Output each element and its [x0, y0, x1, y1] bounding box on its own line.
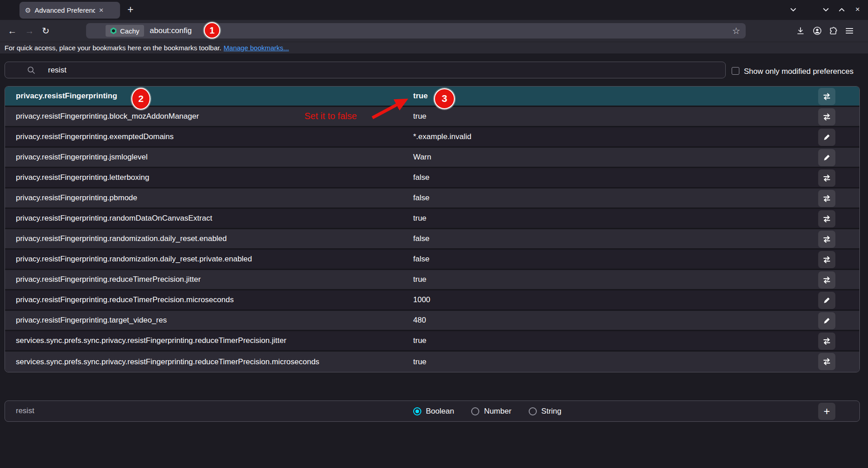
- pencil-icon: [822, 133, 831, 142]
- pref-value: Warn: [413, 153, 431, 162]
- show-modified-checkbox[interactable]: [732, 67, 739, 75]
- toggle-pref-button[interactable]: [818, 210, 835, 227]
- toggle-pref-button[interactable]: [818, 169, 835, 187]
- pref-value: 1000: [413, 295, 430, 304]
- url-address: about:config: [150, 26, 192, 35]
- list-all-tabs-button[interactable]: [790, 8, 796, 12]
- pref-row[interactable]: services.sync.prefs.sync.privacy.resistF…: [5, 352, 859, 372]
- search-icon: [27, 66, 36, 75]
- app-menu-button[interactable]: [844, 25, 855, 36]
- pref-value: 480: [413, 316, 426, 325]
- toggle-arrows-icon: [822, 92, 831, 101]
- search-value: resist: [48, 66, 67, 75]
- toggle-arrows-icon: [822, 174, 831, 183]
- pref-name: privacy.resistFingerprinting.jsmloglevel: [16, 153, 148, 162]
- manage-bookmarks-link[interactable]: Manage bookmarks...: [224, 44, 289, 52]
- type-radio-number[interactable]: Number: [471, 407, 511, 416]
- bookmarks-bar: For quick access, place your bookmarks h…: [0, 42, 868, 53]
- pref-row[interactable]: privacy.resistFingerprinting.pbmode fals…: [5, 188, 859, 209]
- chevron-down-icon: [823, 8, 829, 12]
- toggle-arrows-icon: [822, 214, 831, 223]
- pref-row[interactable]: privacy.resistFingerprinting.target_vide…: [5, 311, 859, 331]
- radio-icon[interactable]: [471, 407, 479, 415]
- back-button[interactable]: ←: [7, 25, 18, 36]
- reload-button[interactable]: ↻: [40, 25, 51, 36]
- tab-bar: ⚙ Advanced Preferences × + ×: [0, 0, 868, 20]
- pref-name: privacy.resistFingerprinting.reduceTimer…: [16, 295, 234, 304]
- tab-advanced-preferences[interactable]: ⚙ Advanced Preferences ×: [19, 2, 120, 19]
- pref-row[interactable]: privacy.resistFingerprinting.block_mozAd…: [5, 107, 859, 127]
- pencil-icon: [822, 296, 831, 305]
- edit-pref-button[interactable]: [818, 129, 835, 146]
- toggle-pref-button[interactable]: [818, 108, 835, 125]
- pref-name: privacy.resistFingerprinting.exemptedDom…: [16, 132, 174, 141]
- pref-row[interactable]: privacy.resistFingerprinting.exemptedDom…: [5, 127, 859, 148]
- pref-row[interactable]: services.sync.prefs.sync.privacy.resistF…: [5, 331, 859, 352]
- tab-title: Advanced Preferences: [34, 6, 95, 14]
- pref-row[interactable]: privacy.resistFingerprinting.jsmloglevel…: [5, 148, 859, 168]
- toggle-arrows-icon: [822, 112, 831, 121]
- pref-row[interactable]: privacy.resistFingerprinting.reduceTimer…: [5, 270, 859, 290]
- edit-pref-button[interactable]: [818, 312, 835, 329]
- puzzle-icon: [829, 26, 838, 35]
- edit-pref-button[interactable]: [818, 149, 835, 166]
- url-bar[interactable]: Cachy about:config ☆: [86, 23, 746, 39]
- toggle-arrows-icon: [822, 357, 831, 366]
- toggle-arrows-icon: [822, 337, 831, 346]
- chevron-up-icon: [839, 8, 845, 12]
- window-minimize-button[interactable]: [822, 5, 830, 14]
- browser-window: ⚙ Advanced Preferences × + × ← → ↻: [0, 0, 868, 468]
- toggle-arrows-icon: [822, 275, 831, 285]
- toggle-arrows-icon: [822, 255, 831, 264]
- tab-close-icon[interactable]: ×: [99, 6, 103, 15]
- forward-button[interactable]: →: [24, 25, 35, 36]
- pref-value: true: [413, 214, 426, 223]
- pref-name: privacy.resistFingerprinting.randomizati…: [16, 234, 227, 243]
- pref-search-input[interactable]: resist: [5, 62, 726, 78]
- downloads-button[interactable]: [795, 25, 806, 36]
- new-tab-button[interactable]: +: [124, 3, 137, 16]
- pref-value: true: [413, 112, 426, 121]
- type-radio-label: Number: [484, 407, 511, 416]
- add-pref-button[interactable]: +: [818, 403, 835, 420]
- pref-row[interactable]: privacy.resistFingerprinting.reduceTimer…: [5, 290, 859, 311]
- pref-value: *.example.invalid: [413, 132, 472, 141]
- pref-value: true: [413, 357, 426, 367]
- window-controls: ×: [822, 5, 862, 14]
- pencil-icon: [822, 153, 831, 162]
- account-button[interactable]: [812, 25, 823, 36]
- toggle-pref-button[interactable]: [818, 353, 835, 370]
- add-pref-panel: resist BooleanNumberString +: [5, 400, 860, 422]
- cachy-logo-icon: [110, 27, 117, 34]
- bookmark-star-icon[interactable]: ☆: [732, 25, 740, 36]
- extensions-button[interactable]: [828, 25, 839, 36]
- type-radio-string[interactable]: String: [529, 407, 561, 416]
- type-radio-boolean[interactable]: Boolean: [413, 407, 454, 416]
- hamburger-menu-icon: [845, 28, 854, 34]
- pref-row[interactable]: privacy.resistFingerprinting.randomizati…: [5, 229, 859, 250]
- toggle-pref-button[interactable]: [818, 271, 835, 289]
- edit-pref-button[interactable]: [818, 292, 835, 309]
- toggle-pref-button[interactable]: [818, 251, 835, 268]
- pref-row[interactable]: privacy.resistFingerprinting.randomizati…: [5, 250, 859, 270]
- pref-name: privacy.resistFingerprinting.pbmode: [16, 193, 137, 203]
- pref-name: privacy.resistFingerprinting: [16, 92, 117, 101]
- toggle-pref-button[interactable]: [818, 333, 835, 350]
- bookmarks-hint-text: For quick access, place your bookmarks h…: [5, 44, 222, 52]
- radio-icon[interactable]: [529, 407, 537, 415]
- window-maximize-button[interactable]: [838, 5, 846, 14]
- toggle-pref-button[interactable]: [818, 231, 835, 248]
- pref-row[interactable]: privacy.resistFingerprinting true: [5, 87, 859, 107]
- window-close-button[interactable]: ×: [854, 5, 862, 14]
- account-icon: [812, 26, 822, 36]
- show-modified-label: Show only modified preferences: [744, 67, 854, 76]
- radio-icon[interactable]: [413, 407, 421, 415]
- toggle-pref-button[interactable]: [818, 88, 835, 105]
- type-radio-label: Boolean: [426, 407, 454, 416]
- toggle-pref-button[interactable]: [818, 190, 835, 207]
- pref-row[interactable]: privacy.resistFingerprinting.randomDataO…: [5, 209, 859, 229]
- pref-row[interactable]: privacy.resistFingerprinting.letterboxin…: [5, 168, 859, 188]
- pref-name: privacy.resistFingerprinting.target_vide…: [16, 316, 167, 325]
- pref-name: privacy.resistFingerprinting.letterboxin…: [16, 173, 149, 182]
- pref-value: false: [413, 173, 429, 182]
